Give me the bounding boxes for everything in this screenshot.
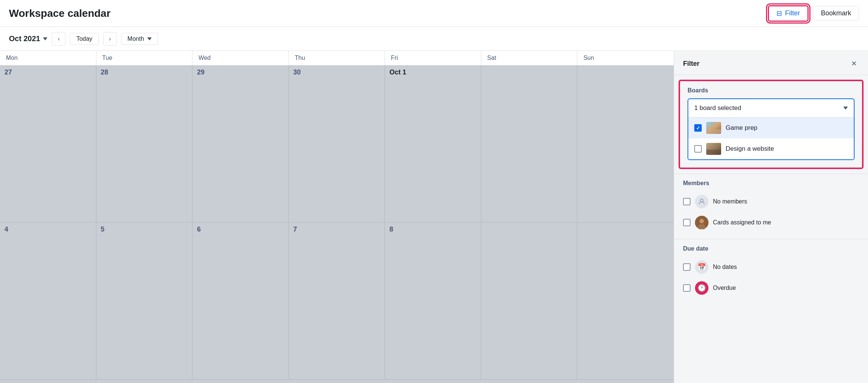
calendar-cell-wed29[interactable]: 29	[192, 65, 289, 223]
cell-date: 5	[101, 226, 188, 233]
filter-panel-header: Filter ✕	[674, 51, 868, 75]
filter-panel: Filter ✕ Boards 1 board selected ✓	[674, 51, 868, 383]
svg-rect-1	[706, 129, 721, 134]
cell-date: 29	[197, 68, 284, 76]
board-item-design-website[interactable]: Design a website	[688, 138, 854, 159]
cell-date: 30	[293, 68, 380, 76]
calendar-cell-thu7[interactable]: 7	[289, 223, 385, 380]
prev-month-button[interactable]: ‹	[52, 32, 65, 46]
chevron-left-icon: ‹	[58, 36, 60, 42]
cell-date: 8	[389, 226, 476, 233]
due-date-section: Due date 📅 No dates 🕐 Overdue	[674, 239, 868, 304]
day-header-fri: Fri	[385, 51, 481, 65]
days-header: Mon Tue Wed Thu Fri Sat Sun	[0, 51, 674, 65]
cell-date: Oct 1	[389, 68, 476, 76]
view-chevron-icon	[147, 37, 152, 40]
calendar-cell-sat2[interactable]	[481, 65, 578, 223]
due-name-no-dates: No dates	[713, 264, 737, 270]
calendar-cell-fri-oct1[interactable]: Oct 1	[385, 65, 481, 223]
board-name-design-website: Design a website	[726, 145, 774, 153]
filter-icon: ⊟	[776, 9, 782, 18]
header-actions: ⊟ Filter Bookmark	[768, 5, 859, 22]
calendar-toolbar: Oct 2021 ‹ Today › Month	[0, 27, 868, 51]
view-selector[interactable]: Month	[121, 33, 158, 45]
boards-dropdown-toggle[interactable]: 1 board selected	[688, 99, 854, 117]
due-item-no-dates[interactable]: 📅 No dates	[683, 257, 859, 278]
due-name-overdue: Overdue	[713, 285, 736, 291]
cell-date: 6	[197, 226, 284, 233]
boards-list: ✓	[688, 117, 854, 159]
checkmark-icon: ✓	[696, 125, 700, 131]
due-item-overdue[interactable]: 🕐 Overdue	[683, 278, 859, 298]
day-header-thu: Thu	[289, 51, 385, 65]
cell-date: 4	[4, 226, 92, 233]
calendar-cell-tue28[interactable]: 28	[96, 65, 193, 223]
calendar-main: Mon Tue Wed Thu Fri Sat Sun 27 28 29 30	[0, 51, 674, 383]
cell-date: 27	[4, 68, 92, 76]
calendar-cell-fri8[interactable]: 8	[385, 223, 481, 380]
cell-date: 28	[101, 68, 188, 76]
filter-label: Filter	[785, 9, 800, 17]
due-checkbox-no-dates[interactable]	[683, 263, 691, 271]
day-header-wed: Wed	[192, 51, 289, 65]
bookmark-label: Bookmark	[821, 9, 851, 17]
member-name-no-members: No members	[713, 198, 747, 205]
overdue-icon: 🕐	[695, 281, 708, 295]
chevron-right-icon: ›	[109, 36, 111, 42]
calendar-container: Mon Tue Wed Thu Fri Sat Sun 27 28 29 30	[0, 51, 868, 383]
board-name-game-prep: Game prep	[726, 124, 757, 132]
calendar-cell-sun10[interactable]	[577, 223, 674, 380]
filter-close-button[interactable]: ✕	[849, 58, 859, 69]
cell-date: 7	[293, 226, 380, 233]
svg-point-6	[699, 219, 704, 223]
month-selector[interactable]: Oct 2021	[9, 34, 47, 43]
calendar-cell-wed6[interactable]: 6	[192, 223, 289, 380]
current-month: Oct 2021	[9, 34, 40, 43]
calendar-cell-thu30[interactable]: 30	[289, 65, 385, 223]
member-name-assigned-to-me: Cards assigned to me	[713, 219, 771, 226]
today-button[interactable]: Today	[70, 33, 99, 45]
member-item-assigned-to-me[interactable]: Cards assigned to me	[683, 212, 859, 233]
board-checkbox-design-website[interactable]	[694, 145, 702, 153]
board-checkbox-game-prep[interactable]: ✓	[694, 124, 702, 132]
day-header-tue: Tue	[96, 51, 193, 65]
boards-dropdown: 1 board selected ✓	[688, 98, 855, 160]
bookmark-button[interactable]: Bookmark	[813, 6, 859, 21]
filter-button[interactable]: ⊟ Filter	[768, 5, 809, 22]
boards-label: Boards	[688, 87, 855, 94]
next-month-button[interactable]: ›	[103, 32, 117, 46]
board-thumbnail-design-website	[706, 143, 721, 155]
members-label: Members	[683, 180, 859, 187]
due-date-label: Due date	[683, 245, 859, 252]
board-item-game-prep[interactable]: ✓	[688, 117, 854, 138]
calendar-cell-tue5[interactable]: 5	[96, 223, 193, 380]
avatar-assigned-to-me	[695, 216, 708, 229]
calendar-icon: 📅	[695, 260, 708, 274]
svg-point-4	[700, 199, 703, 202]
boards-selected-text: 1 board selected	[694, 104, 741, 112]
month-chevron-icon	[43, 37, 47, 40]
view-label: Month	[127, 36, 144, 42]
member-item-no-members[interactable]: No members	[683, 191, 859, 212]
day-header-sat: Sat	[481, 51, 578, 65]
calendar-grid: 27 28 29 30 Oct 1 4	[0, 65, 674, 380]
calendar-cell-sun3[interactable]	[577, 65, 674, 223]
calendar-cell-mon4[interactable]: 4	[0, 223, 96, 380]
calendar-cell-sat9[interactable]	[481, 223, 578, 380]
svg-rect-3	[706, 150, 721, 155]
day-header-sun: Sun	[577, 51, 674, 65]
app-header: Workspace calendar ⊟ Filter Bookmark	[0, 0, 868, 27]
members-section: Members No members	[674, 174, 868, 239]
day-header-mon: Mon	[0, 51, 96, 65]
no-members-icon	[695, 195, 708, 208]
due-checkbox-overdue[interactable]	[683, 284, 691, 292]
board-thumbnail-game-prep	[706, 122, 721, 134]
page-title: Workspace calendar	[9, 7, 111, 19]
filter-panel-title: Filter	[683, 60, 699, 68]
calendar-cell-mon27[interactable]: 27	[0, 65, 96, 223]
member-checkbox-assigned-to-me[interactable]	[683, 219, 691, 226]
boards-chevron-icon	[843, 107, 848, 110]
member-checkbox-no-members[interactable]	[683, 198, 691, 205]
boards-section: Boards 1 board selected ✓	[679, 80, 864, 169]
